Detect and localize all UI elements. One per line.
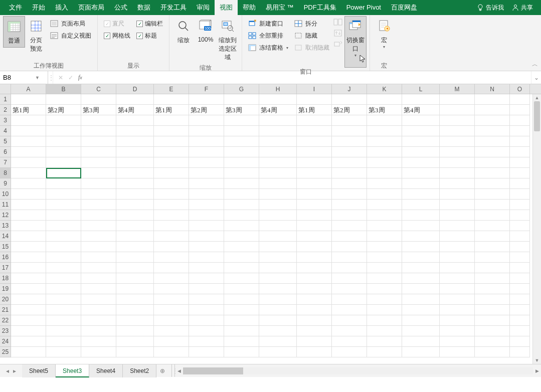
tab-view[interactable]: 视图 [215,0,238,15]
cell[interactable] [259,189,297,200]
cell[interactable] [189,284,224,294]
cell[interactable] [297,326,332,336]
cell[interactable] [440,221,475,231]
cell[interactable] [510,305,530,315]
cell[interactable] [510,273,530,284]
cell[interactable]: 第3周 [81,105,116,115]
cell[interactable] [510,326,530,336]
cell[interactable] [402,200,440,210]
normal-view-button[interactable]: 普通 [3,16,25,48]
cell[interactable] [11,242,46,252]
cell[interactable] [81,189,116,200]
cell[interactable] [475,273,510,284]
chevron-down-icon[interactable]: ▼ [35,75,40,80]
cell[interactable] [224,94,259,105]
cell[interactable] [11,326,46,336]
cell[interactable] [510,94,530,105]
cell[interactable] [46,347,81,357]
cell[interactable] [402,284,440,294]
cell[interactable] [259,178,297,189]
cell[interactable] [46,231,81,242]
cell[interactable] [224,157,259,168]
formula-bar-checkbox[interactable]: ✓ 编辑栏 [134,18,165,29]
cell[interactable] [402,294,440,305]
tab-yyb[interactable]: 易用宝 ™ [261,0,299,15]
tab-dev[interactable]: 开发工具 [155,0,192,15]
vertical-scrollbar[interactable]: ▲ ▼ [532,94,541,364]
cell[interactable] [224,126,259,136]
cell[interactable] [297,284,332,294]
cell[interactable] [510,315,530,326]
cell[interactable]: 第4周 [259,105,297,115]
ruler-checkbox[interactable]: ✓ 直尺 [102,18,132,29]
cell[interactable] [46,126,81,136]
expand-formula-bar-button[interactable]: ⌄ [531,71,541,84]
cell[interactable]: 第2周 [189,105,224,115]
cell[interactable] [332,231,367,242]
cell[interactable] [510,252,530,263]
cell[interactable] [510,105,530,115]
row-header[interactable]: 25 [0,347,11,357]
row-header[interactable]: 2 [0,105,11,115]
tab-powerpivot[interactable]: Power Pivot [341,0,386,15]
row-header[interactable]: 17 [0,263,11,273]
cell[interactable] [510,157,530,168]
cell[interactable] [367,336,402,347]
cell[interactable] [154,147,189,157]
cell[interactable] [81,168,116,178]
cell[interactable] [367,200,402,210]
cell[interactable] [367,157,402,168]
cell[interactable] [116,157,154,168]
cell[interactable] [189,200,224,210]
cell[interactable] [154,178,189,189]
row-header[interactable]: 18 [0,273,11,284]
row-header[interactable]: 10 [0,189,11,200]
cell[interactable] [11,94,46,105]
share-button[interactable]: 共享 [508,4,537,12]
split-button[interactable]: 拆分 [292,18,331,29]
cell[interactable] [224,336,259,347]
cell[interactable] [81,178,116,189]
cell[interactable] [332,126,367,136]
cell[interactable] [81,115,116,126]
row-header[interactable]: 13 [0,221,11,231]
column-header[interactable]: G [224,84,259,94]
cell[interactable] [259,126,297,136]
cell[interactable] [224,200,259,210]
zoom-100-button[interactable]: 100 100% [195,16,217,45]
cell[interactable] [440,336,475,347]
cell[interactable] [154,273,189,284]
cell[interactable] [11,315,46,326]
column-header[interactable]: F [189,84,224,94]
row-header[interactable]: 4 [0,126,11,136]
cell[interactable] [46,115,81,126]
cell[interactable] [402,305,440,315]
cell[interactable] [11,284,46,294]
cell[interactable] [81,242,116,252]
freeze-panes-button[interactable]: 冻结窗格 ▾ [246,42,290,53]
cell[interactable] [367,347,402,357]
row-header[interactable]: 8 [0,168,11,178]
cell[interactable] [189,157,224,168]
cell[interactable] [332,252,367,263]
row-header[interactable]: 11 [0,200,11,210]
cell[interactable] [189,336,224,347]
sheet-nav-next[interactable]: ▸ [13,367,16,374]
cell[interactable] [440,147,475,157]
cell[interactable] [81,336,116,347]
cell[interactable] [46,136,81,147]
row-header[interactable]: 3 [0,115,11,126]
cell[interactable] [116,336,154,347]
cell[interactable] [154,136,189,147]
cell[interactable] [11,200,46,210]
cell[interactable] [11,294,46,305]
column-header[interactable]: J [332,84,367,94]
cell[interactable] [297,273,332,284]
switch-windows-button[interactable]: 切换窗口 ▾ [344,16,367,68]
cell[interactable] [154,168,189,178]
cell[interactable] [81,273,116,284]
cell[interactable] [332,294,367,305]
cell[interactable] [367,136,402,147]
cell[interactable] [402,263,440,273]
cell[interactable] [189,221,224,231]
